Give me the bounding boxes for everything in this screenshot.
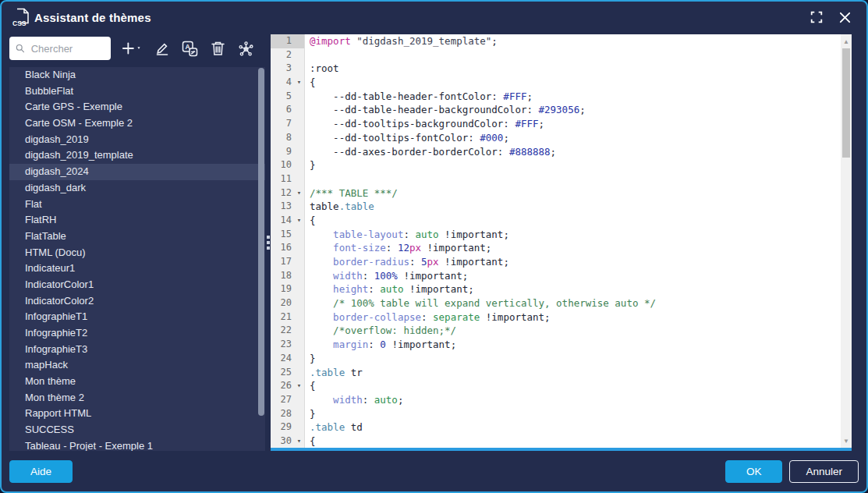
- fold-arrow-icon[interactable]: ▾: [294, 76, 304, 90]
- translate-theme-button[interactable]: A: [180, 39, 200, 59]
- code-line[interactable]: .table tr: [305, 366, 363, 380]
- scroll-down-arrow-icon[interactable]: ▼: [841, 435, 852, 446]
- search-box[interactable]: [9, 37, 111, 60]
- code-line[interactable]: --dd-table-header-backgroundColor: #2930…: [305, 103, 586, 117]
- code-line[interactable]: border-collapse: separate !important;: [305, 310, 551, 325]
- list-item[interactable]: digdash_2019_template: [9, 147, 265, 164]
- list-item[interactable]: InfographieT3: [9, 342, 265, 358]
- code-line[interactable]: {: [305, 76, 316, 90]
- code-line[interactable]: /*** TABLE ***/: [305, 186, 398, 200]
- code-line[interactable]: @import "digdash_2019_template";: [305, 34, 498, 48]
- gutter-cell: 17: [271, 255, 305, 269]
- list-item[interactable]: mapHack: [9, 357, 265, 374]
- gutter-cell: 10: [271, 158, 305, 172]
- code-line[interactable]: {: [305, 434, 316, 448]
- list-item[interactable]: Carte OSM - Exemple 2: [9, 115, 265, 132]
- chevron-down-icon: [137, 47, 140, 49]
- list-item[interactable]: Carte GPS - Exemple: [9, 99, 265, 115]
- code-line[interactable]: {: [305, 379, 316, 393]
- gutter-cell: 28: [271, 407, 305, 421]
- code-line[interactable]: /*overflow: hidden;*/: [305, 324, 456, 338]
- code-line[interactable]: width: auto;: [305, 393, 403, 407]
- list-item[interactable]: IndicatorColor1: [9, 277, 265, 293]
- add-theme-button[interactable]: [120, 39, 143, 58]
- code-line[interactable]: font-size: 12px !important;: [305, 241, 491, 255]
- line-number: 11: [271, 172, 294, 186]
- gutter-cell: 18: [271, 269, 305, 283]
- scroll-up-arrow-icon[interactable]: ▲: [841, 36, 852, 47]
- fold-arrow-icon[interactable]: ▾: [294, 434, 304, 448]
- editor-scrollbar-thumb[interactable]: [842, 48, 850, 158]
- plus-icon: [123, 44, 133, 54]
- line-number: 4: [271, 76, 294, 90]
- code-line[interactable]: --dd-table-header-fontColor: #FFF;: [305, 90, 533, 104]
- line-number: 6: [271, 103, 294, 117]
- code-line[interactable]: border-radius: 5px !important;: [305, 255, 509, 269]
- list-item[interactable]: FlatRH: [9, 212, 265, 229]
- list-item[interactable]: digdash_dark: [9, 180, 265, 197]
- list-item[interactable]: InfographieT1: [9, 309, 265, 325]
- line-number: 15: [271, 228, 294, 242]
- code-line[interactable]: }: [305, 158, 316, 172]
- code-line[interactable]: height: auto !important;: [305, 282, 474, 296]
- pencil-icon: [154, 41, 170, 56]
- list-item[interactable]: Mon thème 2: [9, 390, 265, 406]
- cancel-button[interactable]: Annuler: [789, 460, 859, 483]
- list-item[interactable]: digdash_2024: [9, 164, 265, 180]
- list-item[interactable]: Tableau - Projet - Exemple 1: [9, 438, 265, 451]
- code-line[interactable]: width: 100% !important;: [305, 269, 468, 283]
- line-number: 7: [271, 117, 294, 131]
- gutter-cell: 6: [271, 103, 305, 117]
- theme-assistant-dialog: CSS Assistant de thèmes: [0, 0, 868, 493]
- theme-list-scrollbar-thumb[interactable]: [258, 68, 264, 416]
- maximize-button[interactable]: [806, 6, 827, 28]
- list-item[interactable]: Indicateur1: [9, 261, 265, 277]
- gutter-cell: 12▾: [271, 186, 305, 200]
- delete-theme-button[interactable]: [209, 39, 227, 58]
- code-line[interactable]: --dd-tooltips-backgroundColor: #FFF;: [305, 117, 544, 131]
- list-item[interactable]: Rapport HTML: [9, 406, 265, 422]
- list-item[interactable]: Black Ninja: [9, 67, 265, 83]
- list-item[interactable]: IndicatorColor2: [9, 293, 265, 310]
- molecule-icon: [238, 41, 254, 57]
- code-line[interactable]: .table td: [305, 420, 363, 434]
- code-line[interactable]: table-layout: auto !important;: [305, 228, 509, 242]
- gutter-cell: 2: [271, 48, 305, 62]
- help-button[interactable]: Aide: [9, 460, 73, 483]
- code-line[interactable]: }: [305, 407, 316, 421]
- edit-theme-button[interactable]: [153, 39, 172, 58]
- close-button[interactable]: [834, 6, 856, 28]
- code-line[interactable]: }: [305, 352, 316, 366]
- code-line[interactable]: --dd-tooltips-fontColor: #000;: [305, 131, 509, 145]
- code-line[interactable]: margin: 0 !important;: [305, 338, 456, 352]
- list-item[interactable]: HTML (Docu): [9, 245, 265, 261]
- code-line[interactable]: [305, 172, 310, 186]
- code-line[interactable]: [305, 48, 310, 62]
- line-number: 9: [271, 145, 294, 159]
- code-line[interactable]: /* 100% table will expand vertically, ot…: [305, 296, 656, 310]
- list-item[interactable]: Mon thème: [9, 374, 265, 390]
- fold-arrow-icon[interactable]: ▾: [294, 214, 304, 228]
- fold-arrow-icon[interactable]: ▾: [294, 379, 304, 393]
- fold-arrow-icon[interactable]: ▾: [294, 186, 304, 200]
- line-number: 8: [271, 131, 294, 145]
- list-item[interactable]: SUCCESS: [9, 422, 265, 438]
- list-item[interactable]: FlatTable: [9, 229, 265, 245]
- advanced-options-button[interactable]: [236, 39, 256, 59]
- list-item[interactable]: BubbleFlat: [9, 83, 265, 100]
- gutter-cell: 26▾: [271, 379, 305, 393]
- code-line[interactable]: {: [305, 214, 316, 228]
- panel-splitter[interactable]: [265, 34, 271, 451]
- code-line[interactable]: table.table: [305, 200, 374, 214]
- css-code-editor[interactable]: 1@import "digdash_2019_template";23:root…: [271, 34, 852, 451]
- ok-button[interactable]: OK: [725, 460, 783, 483]
- code-line[interactable]: --dd-axes-border-borderColor: #888888;: [305, 145, 556, 159]
- list-item[interactable]: InfographieT2: [9, 325, 265, 342]
- search-input[interactable]: [30, 42, 105, 55]
- code-line[interactable]: :root: [305, 62, 339, 76]
- editor-scrollbar[interactable]: ▲ ▼: [841, 34, 852, 448]
- theme-toolbar: A: [9, 34, 265, 62]
- line-number: 16: [271, 241, 294, 255]
- list-item[interactable]: Flat: [9, 197, 265, 213]
- list-item[interactable]: digdash_2019: [9, 132, 265, 148]
